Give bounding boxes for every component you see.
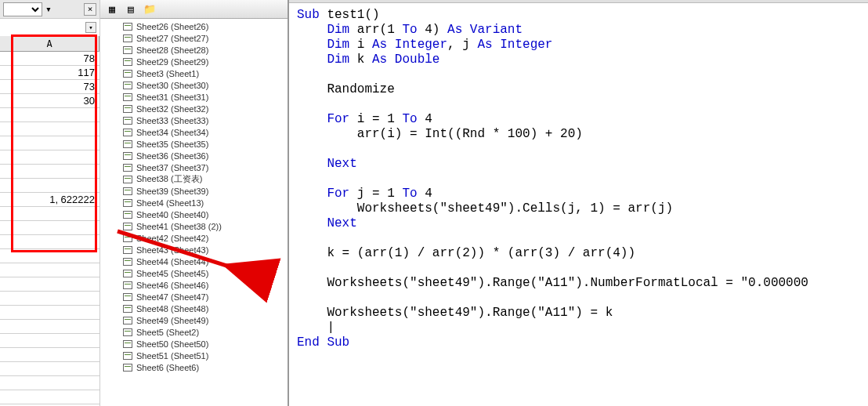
cell[interactable]: 78 (0, 52, 99, 65)
cell-row[interactable] (0, 235, 99, 249)
cell[interactable] (0, 277, 99, 291)
cell-row[interactable] (0, 348, 99, 362)
tree-item[interactable]: Sheet32 (Sheet32) (100, 103, 288, 114)
cell-row[interactable] (0, 207, 99, 221)
folder-icon[interactable]: 📁 (143, 2, 157, 16)
tree-item[interactable]: Sheet45 (Sheet45) (100, 267, 288, 279)
cell[interactable] (0, 108, 99, 121)
cell[interactable] (0, 362, 99, 375)
tree-item-label: Sheet38 (工资表) (136, 173, 202, 185)
cell[interactable]: 1, 622222 (0, 193, 99, 206)
cell[interactable] (0, 376, 99, 390)
cell-row[interactable] (0, 376, 99, 390)
cell[interactable] (0, 348, 99, 361)
cell-row[interactable] (0, 179, 99, 193)
tree-item[interactable]: Sheet5 (Sheet2) (100, 326, 288, 338)
tree-item[interactable]: Sheet40 (Sheet40) (100, 208, 288, 220)
column-header-a[interactable]: A (0, 36, 99, 51)
tree-item-label: Sheet27 (Sheet27) (136, 34, 208, 43)
close-pane-button[interactable]: × (84, 3, 96, 16)
cell-row[interactable] (0, 122, 99, 136)
tree-item[interactable]: Sheet3 (Sheet1) (100, 67, 288, 79)
view-object-icon[interactable]: ▤ (124, 2, 138, 16)
cell-row[interactable] (0, 306, 99, 320)
tree-item-label: Sheet29 (Sheet29) (136, 57, 208, 67)
cell-row[interactable]: 78 (0, 52, 99, 66)
cell[interactable] (0, 179, 99, 192)
cell[interactable] (0, 235, 99, 248)
cell[interactable] (0, 207, 99, 220)
cell-row[interactable]: 117 (0, 66, 99, 80)
cell-row[interactable] (0, 277, 99, 292)
tree-item[interactable]: Sheet27 (Sheet27) (100, 32, 288, 44)
tree-item-label: Sheet47 (Sheet47) (136, 292, 208, 302)
tree-item[interactable]: Sheet4 (Sheet13) (100, 197, 288, 208)
sheet-icon (122, 245, 133, 255)
cell-row[interactable]: 73 (0, 80, 99, 94)
tree-item[interactable]: Sheet28 (Sheet28) (100, 44, 288, 56)
cell[interactable] (0, 320, 99, 333)
sheet-icon (122, 175, 133, 184)
tree-item[interactable]: Sheet33 (Sheet33) (100, 114, 288, 126)
cell-row[interactable] (0, 221, 99, 235)
tree-item[interactable]: Sheet35 (Sheet35) (100, 138, 288, 150)
cell-row[interactable] (0, 362, 99, 376)
cell[interactable] (0, 165, 99, 178)
tree-item[interactable]: Sheet37 (Sheet37) (100, 161, 288, 173)
mini-dropdown[interactable]: ▾ (85, 22, 96, 33)
name-box[interactable] (3, 2, 42, 16)
cell-row[interactable] (0, 334, 99, 348)
tree-item[interactable]: Sheet26 (Sheet26) (100, 20, 288, 32)
cell[interactable] (0, 150, 99, 164)
cell[interactable] (0, 292, 99, 305)
tree-item[interactable]: Sheet47 (Sheet47) (100, 291, 288, 303)
cell-row[interactable] (0, 150, 99, 165)
cell-row[interactable] (0, 108, 99, 122)
cell-row[interactable] (0, 263, 99, 277)
tree-item[interactable]: Sheet38 (工资表) (100, 173, 288, 185)
cell[interactable] (0, 334, 99, 347)
cell-row[interactable] (0, 165, 99, 179)
cell[interactable] (0, 263, 99, 277)
cell-row[interactable] (0, 249, 99, 263)
tree-item[interactable]: Sheet36 (Sheet36) (100, 150, 288, 161)
cell-row[interactable] (0, 320, 99, 334)
cell[interactable] (0, 306, 99, 319)
cell[interactable]: 117 (0, 66, 99, 79)
code-editor[interactable]: Sub test1() Dim arr(1 To 4) As Variant D… (289, 3, 868, 406)
tree-item[interactable]: Sheet30 (Sheet30) (100, 79, 288, 91)
tree-item[interactable]: Sheet48 (Sheet48) (100, 303, 288, 314)
tree-item[interactable]: Sheet42 (Sheet42) (100, 232, 288, 244)
tree-item-label: Sheet42 (Sheet42) (136, 234, 208, 243)
tree-item[interactable]: Sheet46 (Sheet46) (100, 279, 288, 291)
cell[interactable]: 30 (0, 94, 99, 107)
tree-item[interactable]: Sheet29 (Sheet29) (100, 56, 288, 67)
tree-item[interactable]: Sheet34 (Sheet34) (100, 126, 288, 138)
tree-item[interactable]: Sheet31 (Sheet31) (100, 91, 288, 103)
cell-row[interactable]: 1, 622222 (0, 193, 99, 207)
cell[interactable] (0, 249, 99, 263)
cell-row[interactable] (0, 136, 99, 150)
cell-row[interactable] (0, 292, 99, 306)
tree-list[interactable]: Sheet26 (Sheet26)Sheet27 (Sheet27)Sheet2… (100, 19, 288, 406)
cell[interactable] (0, 122, 99, 136)
tree-item[interactable]: Sheet43 (Sheet43) (100, 244, 288, 256)
view-code-icon[interactable]: ▦ (105, 2, 119, 16)
cell[interactable] (0, 390, 99, 404)
cell-row[interactable] (0, 390, 99, 404)
tree-item[interactable]: Sheet6 (Sheet6) (100, 361, 288, 373)
tree-item[interactable]: Sheet49 (Sheet49) (100, 314, 288, 326)
cells-area[interactable]: 7811773301, 622222 (0, 52, 99, 404)
tree-item-label: Sheet51 (Sheet51) (136, 351, 208, 361)
cell[interactable] (0, 136, 99, 150)
cell-row[interactable]: 30 (0, 94, 99, 108)
cell[interactable] (0, 221, 99, 234)
sheet-icon (122, 222, 133, 231)
tree-item[interactable]: Sheet39 (Sheet39) (100, 185, 288, 197)
cell[interactable]: 73 (0, 80, 99, 93)
tree-item[interactable]: Sheet44 (Sheet44) (100, 256, 288, 267)
sheet-icon (122, 81, 133, 90)
tree-item[interactable]: Sheet50 (Sheet50) (100, 338, 288, 350)
tree-item[interactable]: Sheet41 (Sheet38 (2)) (100, 220, 288, 232)
tree-item[interactable]: Sheet51 (Sheet51) (100, 350, 288, 361)
